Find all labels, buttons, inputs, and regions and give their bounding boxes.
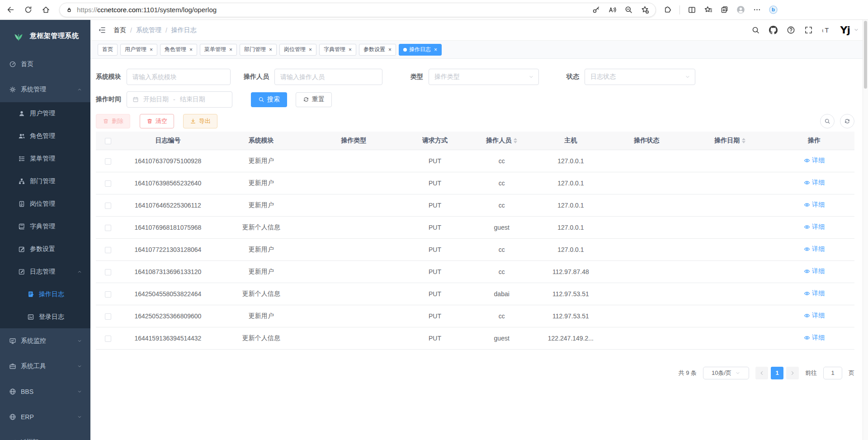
github-icon[interactable]: [769, 26, 778, 34]
table-refresh-button[interactable]: [840, 114, 854, 128]
sidebar-item-dicts[interactable]: 字典管理: [0, 215, 90, 238]
operator-input[interactable]: [274, 69, 382, 85]
refresh-icon[interactable]: [24, 5, 33, 14]
tab-角色管理[interactable]: 角色管理 ×: [160, 44, 197, 56]
status-select[interactable]: 日志状态: [585, 69, 695, 85]
favorite-add-icon[interactable]: [641, 5, 649, 14]
detail-link[interactable]: 详细: [804, 156, 825, 165]
favorites-icon[interactable]: [704, 5, 712, 14]
read-aloud-icon[interactable]: [608, 5, 617, 14]
tab-close-icon[interactable]: ×: [434, 47, 437, 52]
detail-link[interactable]: 详细: [804, 289, 825, 298]
reset-button[interactable]: 重置: [296, 92, 332, 107]
tab-close-icon[interactable]: ×: [309, 47, 312, 52]
key-icon[interactable]: [592, 5, 600, 14]
sidebar-item-bbs[interactable]: BBS: [0, 379, 90, 404]
tab-操作日志[interactable]: 操作日志 ×: [399, 44, 442, 56]
detail-link[interactable]: 详细: [804, 179, 825, 187]
search-button[interactable]: 搜索: [251, 92, 287, 107]
row-checkbox[interactable]: [105, 225, 111, 231]
sidebar-item-logs[interactable]: 日志管理: [0, 260, 90, 283]
table-search-button[interactable]: [820, 114, 835, 128]
profile-avatar-icon[interactable]: [736, 5, 745, 14]
detail-link[interactable]: 详细: [804, 245, 825, 253]
sidebar-item-posts[interactable]: 岗位管理: [0, 193, 90, 215]
tab-close-icon[interactable]: ×: [150, 47, 153, 52]
sidebar-item-tools[interactable]: 系统工具: [0, 354, 90, 379]
tab-岗位管理[interactable]: 岗位管理 ×: [279, 44, 316, 56]
bing-chat-icon[interactable]: b: [769, 5, 778, 14]
sidebar-item-users[interactable]: 用户管理: [0, 102, 90, 125]
page-scrollbar[interactable]: [863, 20, 868, 440]
type-select[interactable]: 操作类型: [429, 69, 539, 85]
row-checkbox[interactable]: [105, 158, 111, 165]
row-checkbox[interactable]: [105, 203, 111, 209]
back-icon[interactable]: [6, 5, 15, 14]
prev-page-button[interactable]: [755, 367, 768, 379]
zoom-out-icon[interactable]: [624, 5, 633, 14]
sidebar-item-menus[interactable]: 菜单管理: [0, 147, 90, 170]
sidebar-item-roles[interactable]: 角色管理: [0, 125, 90, 147]
tab-首页[interactable]: 首页: [98, 44, 118, 56]
detail-link[interactable]: 详细: [804, 312, 825, 320]
sidebar-item-operlog[interactable]: 操作日志: [0, 283, 90, 306]
clear-button[interactable]: 清空: [140, 114, 174, 128]
split-screen-icon[interactable]: [688, 5, 696, 14]
row-checkbox[interactable]: [105, 180, 111, 187]
sort-desc-icon[interactable]: [742, 141, 745, 143]
help-icon[interactable]: [787, 26, 795, 34]
fullscreen-icon[interactable]: [804, 26, 813, 34]
row-checkbox[interactable]: [105, 247, 111, 253]
sort-asc-icon[interactable]: [514, 138, 517, 140]
row-checkbox[interactable]: [105, 291, 111, 298]
font-size-icon[interactable]: tT: [822, 26, 830, 34]
tab-参数设置[interactable]: 参数设置 ×: [359, 44, 396, 56]
tab-用户管理[interactable]: 用户管理 ×: [120, 44, 157, 56]
user-avatar[interactable]: Yj: [840, 24, 859, 36]
detail-link[interactable]: 详细: [804, 201, 825, 209]
sort-asc-icon[interactable]: [742, 138, 745, 140]
select-all-checkbox[interactable]: [105, 138, 111, 144]
sort-carets[interactable]: [514, 138, 517, 143]
sidebar-item-params[interactable]: 参数设置: [0, 238, 90, 260]
sort-carets[interactable]: [742, 138, 745, 143]
row-checkbox[interactable]: [105, 313, 111, 320]
page-size-select[interactable]: 10条/页: [703, 367, 749, 379]
row-checkbox[interactable]: [105, 336, 111, 342]
tab-close-icon[interactable]: ×: [388, 47, 392, 52]
delete-button[interactable]: 删除: [96, 114, 130, 128]
detail-link[interactable]: 详细: [804, 267, 825, 275]
column-header[interactable]: 操作日期: [686, 132, 774, 150]
sidebar-item-departments[interactable]: 部门管理: [0, 170, 90, 193]
tab-菜单管理[interactable]: 菜单管理 ×: [200, 44, 237, 56]
tab-部门管理[interactable]: 部门管理 ×: [240, 44, 277, 56]
breadcrumb-item[interactable]: 首页: [113, 26, 126, 34]
extensions-icon[interactable]: [663, 5, 672, 14]
collections-icon[interactable]: [720, 5, 729, 14]
page-1-button[interactable]: 1: [771, 367, 783, 379]
tab-字典管理[interactable]: 字典管理 ×: [319, 44, 356, 56]
search-icon[interactable]: [751, 26, 760, 34]
module-input[interactable]: [127, 69, 231, 85]
goto-page-input[interactable]: [823, 367, 842, 379]
tab-close-icon[interactable]: ×: [229, 47, 232, 52]
sidebar-item-loginlog[interactable]: 登录日志: [0, 306, 90, 328]
more-icon[interactable]: [753, 5, 761, 14]
export-button[interactable]: 导出: [183, 114, 217, 128]
sidebar-item-yiframe[interactable]: Yi框架: [0, 430, 90, 440]
address-bar[interactable]: https://ccnetcore.com:1101/system/log/op…: [59, 3, 656, 17]
next-page-button[interactable]: [786, 367, 799, 379]
sidebar-item-system[interactable]: 系统管理: [0, 77, 90, 102]
row-checkbox[interactable]: [105, 269, 111, 275]
sort-desc-icon[interactable]: [514, 141, 517, 143]
column-header[interactable]: 操作人员: [469, 132, 534, 150]
tab-close-icon[interactable]: ×: [269, 47, 272, 52]
tab-close-icon[interactable]: ×: [189, 47, 193, 52]
sidebar-collapse-icon[interactable]: [98, 26, 106, 34]
detail-link[interactable]: 详细: [804, 334, 825, 342]
detail-link[interactable]: 详细: [804, 223, 825, 231]
sidebar-item-monitor[interactable]: 系统监控: [0, 328, 90, 354]
sidebar-item-home[interactable]: 首页: [0, 52, 90, 77]
scrollbar-thumb[interactable]: [864, 21, 867, 89]
home-icon[interactable]: [42, 5, 50, 14]
